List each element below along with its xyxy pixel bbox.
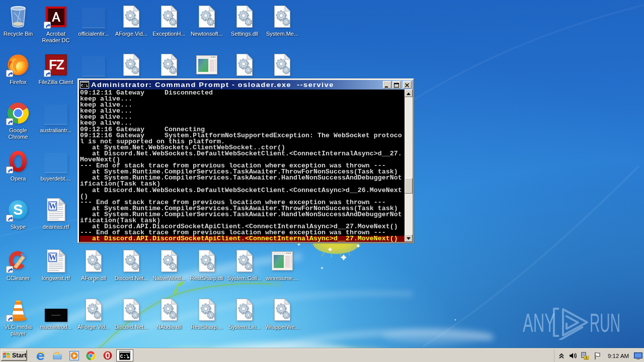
svg-text:S: S bbox=[13, 202, 23, 218]
svg-text:RUN: RUN bbox=[590, 308, 620, 337]
svg-text:!: ! bbox=[586, 356, 587, 359]
svg-text:ANY: ANY bbox=[523, 308, 555, 337]
svg-text:FZ: FZ bbox=[49, 57, 64, 72]
